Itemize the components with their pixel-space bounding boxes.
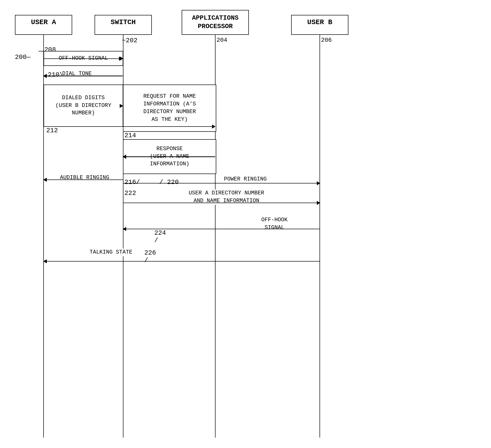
entity-user-a: USER A xyxy=(15,15,72,35)
box-right-side xyxy=(320,183,320,203)
ref-204-appproc: 204 xyxy=(217,37,227,44)
sequence-diagram: USER A SWITCH APPLICATIONS PROCESSOR USE… xyxy=(0,0,491,448)
msg-request-name: REQUEST FOR NAME INFORMATION (A'S DIRECT… xyxy=(123,85,216,132)
ref-214: 214 xyxy=(124,132,136,139)
ref-222: 222 xyxy=(124,189,136,197)
dial-tone-line xyxy=(44,76,122,76)
arrow-off-hook-2 xyxy=(123,229,320,229)
ref-210: 210\ xyxy=(48,71,63,79)
off-hook-line xyxy=(44,58,122,59)
ref-226: 226 / xyxy=(144,249,156,264)
audible-ringing-line xyxy=(44,179,122,180)
entity-app-processor: APPLICATIONS PROCESSOR xyxy=(182,10,249,35)
msg-dial-tone: DIAL TONE xyxy=(62,70,92,78)
entity-user-b: USER B xyxy=(291,15,348,35)
msg-dialed-digits: DIALED DIGITS (USER B DIRECTORY NUMBER) xyxy=(44,85,123,127)
bracket-left-offhook xyxy=(39,51,44,51)
ref-216: 216/ xyxy=(124,179,140,186)
ref-206-userb: 206 xyxy=(321,37,332,44)
ref-200: 200— xyxy=(15,53,30,61)
dialed-digits-arrow xyxy=(123,126,215,127)
response-arrow-line xyxy=(123,157,215,157)
ref-224: 224 / xyxy=(154,229,166,244)
ref-202-switch: ~202 xyxy=(122,37,137,44)
box-left-side xyxy=(123,183,123,203)
arrow-talking-state xyxy=(44,261,320,262)
msg-power-ringing: POWER RINGING xyxy=(224,176,267,183)
msg-talking-state: TALKING STATE xyxy=(90,249,132,256)
msg-off-hook-signal-2: OFF-HOOK SIGNAL xyxy=(261,216,288,232)
ref-212: 212 xyxy=(46,127,58,134)
msg-audible-ringing: AUDIBLE RINGING xyxy=(47,174,122,182)
entity-switch: SWITCH xyxy=(95,15,152,35)
line-dir-info xyxy=(123,203,320,203)
lifeline-user-b xyxy=(320,35,320,438)
ref-220: / 220 xyxy=(159,179,179,186)
line-connected xyxy=(123,183,320,183)
